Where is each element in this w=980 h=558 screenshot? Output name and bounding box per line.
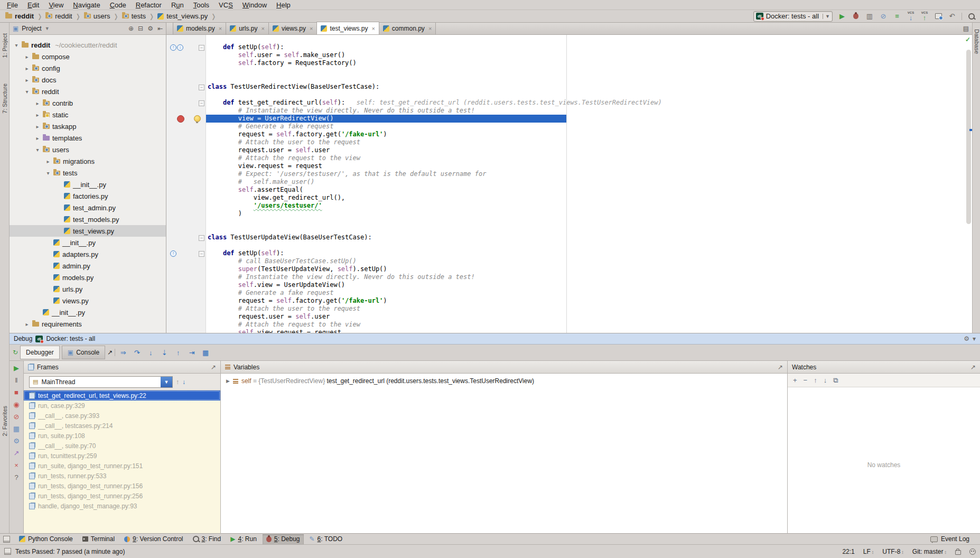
run-to-cursor-icon[interactable]: ⇥ [186,349,198,357]
float-panel-icon[interactable]: ↗ [211,364,216,371]
tool-windows-button[interactable] [3,536,10,543]
tree-toggle-icon[interactable]: ▸ [35,124,40,129]
profiler-button[interactable]: ⊘ [879,12,888,21]
code-line[interactable]: ) [166,210,972,218]
step-into-my-code-icon[interactable]: ⇣ [158,349,170,357]
breadcrumb-item[interactable]: reddit [44,12,73,20]
git-branch-select[interactable]: Git: master↕ [912,548,947,555]
frame-row[interactable]: handle, django_test_manage.py:93 [24,501,220,511]
override-marker-icon[interactable]: ↑ [170,250,176,257]
tree-item-requirements[interactable]: ▸requirements [10,318,166,330]
code-line[interactable]: request = self.factory.get('/fake-url') [166,297,972,305]
code-line[interactable]: # Attach the user to the request [166,138,972,146]
settings-button[interactable]: ⚙ [13,437,20,445]
tree-item-__init__-py[interactable]: __init__.py [10,306,166,318]
menu-item-help[interactable]: Help [272,1,295,9]
tree-item-adapters-py[interactable]: adapters.py [10,248,166,260]
tool-window-button-debug[interactable]: 5: Debug [263,534,304,544]
code-line[interactable]: view.get_redirect_url(), [166,194,972,202]
code-line[interactable]: # self.make_user() [166,178,972,186]
variable-row[interactable]: ▶ self = {TestUserRedirectView} test_get… [221,374,787,385]
debug-tab-debugger[interactable]: Debugger [20,346,60,359]
expand-arrow-icon[interactable]: ▶ [226,378,230,384]
code-line[interactable]: view.request = request [166,162,972,170]
float-panel-icon[interactable]: ↗ [778,364,783,371]
menu-item-file[interactable]: File [2,1,23,9]
code-line[interactable]: def setUp(self): [166,43,972,51]
code-line[interactable]: super(TestUserUpdateView, self).setUp() [166,265,972,273]
tree-toggle-icon[interactable]: ▾ [14,42,19,48]
menu-item-tools[interactable]: Tools [189,1,214,9]
pin-button[interactable]: ↗ [14,449,20,457]
editor-tab-views-py[interactable]: views.py× [268,22,317,34]
code-line[interactable]: self.factory = RequestFactory() [166,59,972,67]
hide-panel-icon[interactable]: ▾ [973,335,976,342]
frame-row[interactable]: run, tcunittest.py:259 [24,451,220,461]
tool-window-button-terminal[interactable]: Terminal [79,534,118,544]
tree-item-__init__-py[interactable]: __init__.py [10,179,166,190]
next-frame-button[interactable]: ↓ [182,378,185,386]
run-with-coverage-button[interactable]: ≡ [893,12,901,21]
code-line[interactable]: # Instantiate the view directly. Never d… [166,273,972,281]
move-watch-down-button[interactable]: ↓ [824,376,827,384]
float-tab-icon[interactable]: ↗ [107,349,113,356]
step-out-icon[interactable]: ↑ [172,349,184,357]
breadcrumb-item[interactable]: test_views.py [156,12,209,20]
tree-item-static[interactable]: ▸static [10,109,166,120]
code-line[interactable] [166,75,972,83]
editor-tab-urls-py[interactable]: urls.py× [226,22,269,34]
frame-row[interactable]: test_get_redirect_url, test_views.py:22 [24,390,220,401]
close-tab-icon[interactable]: × [310,25,313,32]
fold-marker-icon[interactable]: – [199,85,204,90]
vcs-update-button[interactable]: VCS↓ [907,12,915,21]
tree-item-urls-py[interactable]: urls.py [10,283,166,295]
tree-item-reddit[interactable]: ▾reddit [10,86,166,97]
code-line[interactable] [166,218,972,226]
event-log-button[interactable]: Event Log [930,535,977,543]
tool-window-button-find[interactable]: 3: Find [189,534,225,544]
undo-button[interactable]: ↶ [948,12,956,21]
remote-host-button[interactable] [934,12,942,21]
line-ending-select[interactable]: LF↕ [863,548,874,555]
frame-row[interactable]: run_tests, django_test_runner.py:156 [24,481,220,491]
breakpoint-icon[interactable] [177,115,184,123]
code-line[interactable]: self.user = self.make_user() [166,51,972,59]
code-line[interactable]: # call BaseUserTestCase.setUp() [166,257,972,265]
editor-tab-common-py[interactable]: common.py× [379,22,436,34]
code-line[interactable]: # Attach the request to the view [166,321,972,329]
help-button[interactable]: ? [14,473,18,481]
close-tab-icon[interactable]: × [219,25,222,32]
code-line[interactable]: # Attach the user to the request [166,305,972,313]
code-line[interactable]: def test_get_redirect_url(self): self: t… [166,99,972,107]
collapse-all-button[interactable]: ⊟ [138,25,143,32]
tool-stripe-button[interactable]: 2: Favorites [2,406,8,436]
hide-panel-button[interactable]: ⇤ [157,25,163,32]
menu-item-code[interactable]: Code [105,1,131,9]
editor-tab-test_views-py[interactable]: test_views.py× [316,22,379,34]
tree-item-contrib[interactable]: ▸contrib [10,97,166,109]
tree-item-__init__-py[interactable]: __init__.py [10,237,166,248]
fold-marker-icon[interactable]: – [199,45,204,51]
fold-marker-icon[interactable]: – [199,235,204,241]
intention-bulb-icon[interactable] [194,115,201,122]
resume-button[interactable]: ▶ [14,364,19,372]
show-execution-point-icon[interactable]: ⇒ [117,349,129,357]
settings-icon[interactable]: ⚙ [964,335,969,342]
editor-tab-models-py[interactable]: models.py× [173,22,226,34]
lock-icon[interactable] [955,550,961,555]
tree-item-test_admin-py[interactable]: test_admin.py [10,202,166,213]
current-execution-line[interactable]: view = UserRedirectView() [166,115,972,123]
float-panel-icon[interactable]: ↗ [970,364,976,371]
tree-item-tests[interactable]: ▾tests [10,167,166,179]
coverage-button[interactable]: ▥ [865,12,874,21]
pause-button[interactable]: ‖ [15,376,17,384]
frame-row[interactable]: run_tests, runner.py:533 [24,471,220,481]
code-line[interactable]: request.user = self.user [166,313,972,321]
rerun-button[interactable]: ↻ [13,349,18,356]
code-line[interactable]: class TestUserUpdateView(BaseUserTestCas… [166,234,972,241]
tree-item-factories-py[interactable]: factories.py [10,190,166,202]
tree-item-reddit[interactable]: ▾reddit~/cookiecutter/reddit [10,39,166,51]
tree-item-users[interactable]: ▾users [10,144,166,155]
tool-stripe-button[interactable]: 7: Structure [2,83,8,114]
tree-toggle-icon[interactable]: ▸ [45,159,51,164]
